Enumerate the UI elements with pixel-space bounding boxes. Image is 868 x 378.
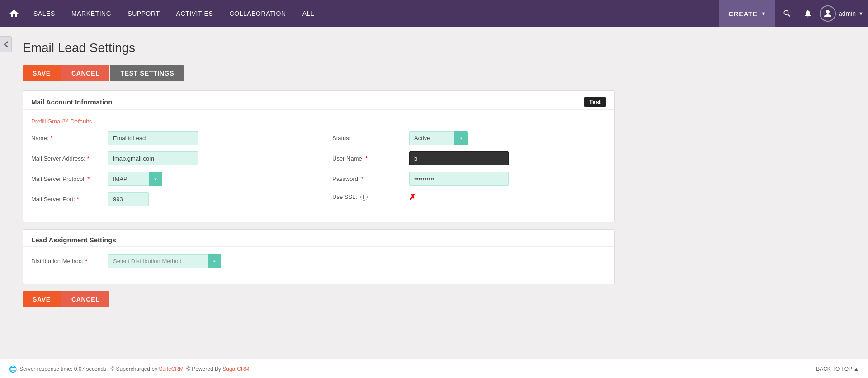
suitecrm-link[interactable]: SuiteCRM xyxy=(159,366,184,372)
top-action-bar: SAVE CANCEL TEST SETTINGS xyxy=(23,65,615,81)
cancel-button-bottom[interactable]: CANCEL xyxy=(61,291,110,307)
mail-account-grid: Name: * Mail Server Address: * xyxy=(31,131,606,213)
status-select[interactable]: Active Inactive xyxy=(409,131,468,145)
username-required: * xyxy=(365,155,368,162)
nav-links: SALES MARKETING SUPPORT ACTIVITIES COLLA… xyxy=(25,0,719,27)
chevron-down-icon: ▼ xyxy=(761,11,766,16)
password-required: * xyxy=(361,175,363,182)
server-required: * xyxy=(87,155,90,162)
home-button[interactable] xyxy=(5,5,23,22)
test-settings-button[interactable]: TEST SETTINGS xyxy=(110,65,184,81)
mail-account-body: Prefill Gmail™ Defaults Name: * Mail Ser… xyxy=(23,110,614,222)
username-input[interactable] xyxy=(409,151,509,165)
server-address-label: Mail Server Address: * xyxy=(31,155,104,162)
bottom-action-bar: SAVE CANCEL xyxy=(23,291,615,307)
name-label: Name: * xyxy=(31,135,104,142)
page-footer: 🌐 Server response time: 0.07 seconds. © … xyxy=(0,359,868,378)
sugarcrm-link[interactable]: SugarCRM xyxy=(222,366,249,372)
nav-all[interactable]: ALL xyxy=(294,0,323,27)
protocol-required: * xyxy=(87,175,90,182)
save-button-top[interactable]: SAVE xyxy=(23,65,61,81)
admin-avatar xyxy=(820,5,836,22)
mail-account-title: Mail Account Information xyxy=(31,98,112,106)
lead-assignment-body: Distribution Method: * Select Distributi… xyxy=(23,247,614,284)
username-label: User Name: * xyxy=(332,155,405,162)
admin-label: admin xyxy=(839,10,856,17)
port-label: Mail Server Port: * xyxy=(31,196,104,203)
distribution-row: Distribution Method: * Select Distributi… xyxy=(31,254,606,268)
save-button-bottom[interactable]: SAVE xyxy=(23,291,61,307)
left-column: Name: * Mail Server Address: * xyxy=(31,131,305,213)
main-content: Email Lead Settings SAVE CANCEL TEST SET… xyxy=(0,27,633,317)
page-title: Email Lead Settings xyxy=(23,41,615,55)
prefill-gmail-link[interactable]: Prefill Gmail™ Defaults xyxy=(31,118,92,125)
svg-marker-0 xyxy=(4,41,8,47)
test-badge: Test xyxy=(584,97,606,107)
footer-left: 🌐 Server response time: 0.07 seconds. © … xyxy=(9,365,250,373)
port-required: * xyxy=(76,196,79,203)
distribution-required: * xyxy=(85,258,87,265)
back-to-top-button[interactable]: BACK TO TOP ▲ xyxy=(816,366,859,372)
protocol-row: Mail Server Protocol: * IMAP POP3 xyxy=(31,172,305,186)
password-label: Password: * xyxy=(332,175,405,182)
distribution-select[interactable]: Select Distribution Method Round Robin L… xyxy=(108,254,221,268)
name-input[interactable] xyxy=(108,131,198,145)
server-time: Server response time: 0.07 seconds. xyxy=(19,366,108,372)
protocol-label: Mail Server Protocol: * xyxy=(31,175,104,182)
nav-sales[interactable]: SALES xyxy=(25,0,63,27)
cancel-button-top[interactable]: CANCEL xyxy=(61,65,110,81)
top-navigation: SALES MARKETING SUPPORT ACTIVITIES COLLA… xyxy=(0,0,868,27)
server-address-input[interactable] xyxy=(108,151,198,165)
ssl-row: Use SSL: i ✗ xyxy=(332,192,606,202)
ssl-label: Use SSL: i xyxy=(332,194,405,201)
name-required: * xyxy=(50,135,52,142)
status-row: Status: Active Inactive xyxy=(332,131,606,145)
status-select-wrap: Active Inactive xyxy=(409,131,468,145)
port-row: Mail Server Port: * xyxy=(31,192,305,206)
password-input[interactable] xyxy=(409,172,509,186)
username-row: User Name: * xyxy=(332,151,606,165)
port-input[interactable] xyxy=(108,192,149,206)
name-row: Name: * xyxy=(31,131,305,145)
search-button[interactable] xyxy=(778,5,796,23)
protocol-select-wrap: IMAP POP3 xyxy=(108,172,162,186)
notifications-button[interactable] xyxy=(799,5,817,23)
ssl-x-mark: ✗ xyxy=(409,192,416,202)
distribution-label: Distribution Method: * xyxy=(31,258,104,265)
nav-marketing[interactable]: MARKETING xyxy=(63,0,119,27)
protocol-select[interactable]: IMAP POP3 xyxy=(108,172,162,186)
footer-powered: © Powered By SugarCRM xyxy=(186,366,250,372)
nav-activities[interactable]: ACTIVITIES xyxy=(168,0,222,27)
nav-support[interactable]: SUPPORT xyxy=(119,0,168,27)
admin-chevron-icon: ▼ xyxy=(859,11,863,16)
ssl-info-icon[interactable]: i xyxy=(360,194,368,201)
nav-collaboration[interactable]: COLLABORATION xyxy=(221,0,294,27)
mail-account-card: Mail Account Information Test Prefill Gm… xyxy=(23,90,615,222)
status-label: Status: xyxy=(332,135,405,142)
globe-icon: 🌐 xyxy=(9,365,17,373)
lead-assignment-title: Lead Assignment Settings xyxy=(31,236,116,244)
password-row: Password: * xyxy=(332,172,606,186)
lead-assignment-card: Lead Assignment Settings Distribution Me… xyxy=(23,229,615,284)
mail-account-header: Mail Account Information Test xyxy=(23,91,614,110)
lead-assignment-header: Lead Assignment Settings xyxy=(23,230,614,247)
admin-menu-button[interactable]: admin ▼ xyxy=(820,5,863,22)
right-column: Status: Active Inactive xyxy=(332,131,606,213)
server-address-row: Mail Server Address: * xyxy=(31,151,305,165)
create-button[interactable]: CREATE ▼ xyxy=(719,0,775,27)
footer-supercharged: © Supercharged by SuiteCRM xyxy=(110,366,184,372)
distribution-select-wrap: Select Distribution Method Round Robin L… xyxy=(108,254,221,268)
top-right-actions: CREATE ▼ admin ▼ xyxy=(719,0,868,27)
sidebar-toggle[interactable] xyxy=(0,36,12,52)
